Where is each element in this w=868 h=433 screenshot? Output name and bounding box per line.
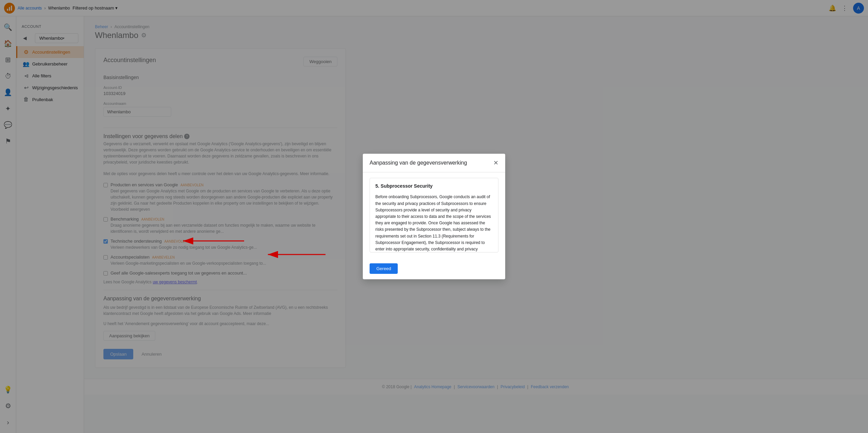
modal-header: Aanpassing van de gegevensverwerking ✕ (363, 154, 505, 172)
modal-overlay: Aanpassing van de gegevensverwerking ✕ 5… (0, 0, 868, 433)
modal-body: 5. Subprocessor Security Before onboardi… (363, 172, 505, 263)
modal-title: Aanpassing van de gegevensverwerking (370, 160, 467, 166)
modal-footer: Gereed (363, 263, 505, 279)
modal-dialog: Aanpassing van de gegevensverwerking ✕ 5… (363, 154, 505, 279)
gereed-button[interactable]: Gereed (370, 263, 398, 274)
modal-content-scroll[interactable]: 5. Subprocessor Security Before onboardi… (370, 178, 498, 252)
modal-close-button[interactable]: ✕ (493, 159, 498, 167)
modal-section-title: 5. Subprocessor Security (375, 182, 493, 190)
modal-paragraph-1: Before onboarding Subprocessors, Google … (375, 194, 493, 252)
